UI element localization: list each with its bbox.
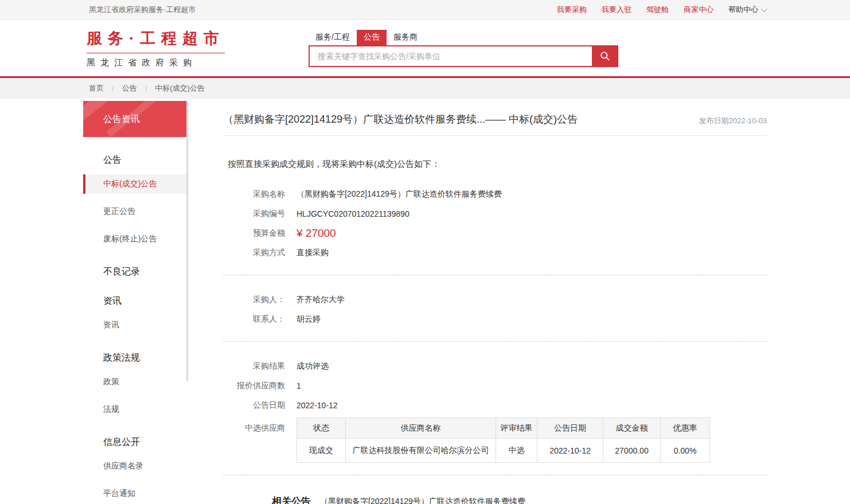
sidebar-item-correction-notice[interactable]: 更正公告 [83, 202, 188, 221]
tab-announcements[interactable]: 公告 [357, 30, 387, 45]
topbar-link-cockpit[interactable]: 驾驶舱 [646, 5, 669, 15]
sidebar-item-cancellation-notice[interactable]: 废标(终止)公告 [83, 229, 188, 249]
field-procurement-number: 采购编号 HLJGCYC02070120221139890 [223, 204, 767, 224]
field-value: 齐齐哈尔大学 [297, 295, 345, 305]
chevron-down-icon [761, 6, 767, 12]
sidebar-item-regulations[interactable]: 法规 [83, 400, 188, 419]
field-procurement-method: 采购方式 直接采购 [223, 243, 767, 263]
intro-text: 按照直接采购成交规则，现将采购中标(成交)公告如下： [228, 159, 767, 170]
column-header-review-result: 评审结果 [496, 418, 537, 439]
tab-suppliers[interactable]: 服务商 [387, 30, 424, 45]
topbar-link-i-want-to-purchase[interactable]: 我要采购 [557, 5, 587, 15]
related-announcements-title: 相关公告 [272, 495, 311, 504]
logo[interactable]: 服务·工程超市 黑龙江省政府采购 [87, 28, 225, 68]
field-value: 1 [297, 381, 301, 390]
result-info-block: 采购结果 成功评选 报价供应商数 1 公告日期 2022-10-12 中选供应商… [223, 357, 767, 463]
field-quoting-supplier-count: 报价供应商数 1 [223, 376, 767, 396]
field-contact-person: 联系人： 胡云婷 [223, 310, 767, 329]
dashed-divider [223, 475, 767, 475]
cell-review-result: 中选 [496, 439, 537, 463]
breadcrumb-home[interactable]: 首页 [89, 83, 104, 93]
topbar-links: 我要采购 我要入驻 驾驶舱 商家中心 帮助中心 [557, 5, 766, 15]
sidebar-group-news[interactable]: 资讯 [83, 295, 188, 307]
column-header-announcement-date: 公告日期 [537, 418, 603, 439]
topbar-help-center-menu[interactable]: 帮助中心 [728, 5, 766, 15]
field-budget-amount: 预算金额 ¥ 27000 [223, 224, 767, 243]
field-announcement-date: 公告日期 2022-10-12 [223, 396, 767, 415]
supplier-table: 状态 供应商名称 评审结果 公告日期 成交金额 优惠率 现成交 广联达科技股份有… [297, 417, 710, 463]
field-label: 采购结果 [223, 361, 285, 372]
sidebar-item-award-notice[interactable]: 中标(成交)公告 [83, 174, 188, 194]
logo-main-text: 服务·工程超市 [87, 28, 225, 53]
header: 服务·工程超市 黑龙江省政府采购 服务/工程 公告 服务商 [0, 20, 850, 76]
field-procurement-name: 采购名称 （黑财购备字[2022]14129号）广联达造价软件服务费续费 [223, 185, 767, 204]
search-box [309, 45, 618, 67]
related-announcements: 相关公告 （黑财购备字[2022]14129号）广联达造价软件服务费续费 [223, 495, 767, 504]
tab-services-projects[interactable]: 服务/工程 [309, 30, 357, 45]
sidebar-nav: 公告 中标(成交)公告 更正公告 废标(终止)公告 不良记录 资讯 资讯 政策法… [83, 154, 188, 503]
breadcrumb-separator: / [112, 84, 114, 93]
search-input[interactable] [310, 46, 592, 66]
column-header-discount-rate: 优惠率 [661, 418, 710, 439]
search-icon [599, 50, 610, 61]
field-label: 采购方式 [223, 248, 285, 258]
selected-supplier-label: 中选供应商 [223, 417, 285, 438]
sidebar-group-bad-records[interactable]: 不良记录 [83, 266, 188, 278]
column-header-supplier-name: 供应商名称 [346, 418, 496, 439]
site-title: 黑龙江省政府采购服务·工程超市 [89, 5, 196, 15]
dashed-divider [223, 275, 767, 275]
field-label: 公告日期 [223, 400, 285, 411]
topbar-link-i-want-to-join[interactable]: 我要入驻 [602, 5, 631, 15]
field-value: 胡云婷 [297, 314, 321, 325]
field-label: 报价供应商数 [223, 381, 285, 391]
procurement-info-block: 采购名称 （黑财购备字[2022]14129号）广联达造价软件服务费续费 采购编… [223, 185, 767, 263]
sidebar-group-information-disclosure[interactable]: 信息公开 [83, 436, 188, 448]
breadcrumb-current: 中标(成交)公告 [155, 83, 205, 93]
search-block: 服务/工程 公告 服务商 [309, 30, 618, 67]
sidebar-item-platform-notices[interactable]: 平台通知 [83, 484, 188, 503]
sidebar-item-supplier-directory[interactable]: 供应商名录 [83, 456, 188, 476]
search-button[interactable] [592, 46, 617, 66]
column-header-status: 状态 [297, 418, 346, 439]
sidebar-group-announcements[interactable]: 公告 [83, 154, 188, 166]
column-header-deal-amount: 成交金额 [603, 418, 661, 439]
field-label: 采购名称 [223, 189, 285, 200]
field-value: 成功评选 [297, 361, 329, 372]
field-value: 直接采购 [297, 248, 329, 258]
search-tabs: 服务/工程 公告 服务商 [309, 30, 618, 45]
field-label: 采购编号 [223, 209, 285, 219]
breadcrumb-announcements[interactable]: 公告 [122, 83, 137, 93]
field-label: 预算金额 [223, 228, 285, 239]
help-center-label: 帮助中心 [728, 5, 758, 15]
field-label: 联系人： [223, 314, 285, 325]
page-title: （黑财购备字[2022]14129号）广联达造价软件服务费续...—— 中标(成… [223, 112, 578, 126]
related-announcement-link[interactable]: （黑财购备字[2022]14129号）广联达造价软件服务费续费 [320, 497, 525, 504]
cell-discount-rate: 0.00% [661, 439, 710, 463]
sidebar-header: 公告资讯 [83, 101, 188, 137]
breadcrumb-bar: 首页 / 公告 / 中标(成交)公告 [0, 78, 850, 99]
sidebar: 公告资讯 公告 中标(成交)公告 更正公告 废标(终止)公告 不良记录 资讯 资… [83, 101, 188, 503]
article-header: （黑财购备字[2022]14129号）广联达造价软件服务费续...—— 中标(成… [223, 112, 767, 136]
topbar: 黑龙江省政府采购服务·工程超市 我要采购 我要入驻 驾驶舱 商家中心 帮助中心 [0, 0, 850, 20]
field-procurement-result: 采购结果 成功评选 [223, 357, 767, 376]
sidebar-group-policies-regulations[interactable]: 政策法规 [83, 352, 188, 364]
article: （黑财购备字[2022]14129号）广联达造价软件服务费续...—— 中标(成… [188, 101, 767, 504]
table-header-row: 状态 供应商名称 评审结果 公告日期 成交金额 优惠率 [297, 418, 710, 439]
cell-deal-amount: 27000.00 [603, 439, 661, 463]
field-value: 2022-10-12 [297, 401, 338, 410]
logo-sub-text: 黑龙江省政府采购 [87, 57, 225, 68]
field-value: （黑财购备字[2022]14129号）广联达造价软件服务费续费 [297, 189, 502, 200]
breadcrumb: 首页 / 公告 / 中标(成交)公告 [83, 78, 767, 99]
cell-status: 现成交 [297, 439, 346, 463]
cell-announcement-date: 2022-10-12 [537, 439, 603, 463]
publish-date: 发布日期2022-10-03 [699, 116, 767, 126]
sidebar-item-policies[interactable]: 政策 [83, 372, 188, 392]
topbar-link-merchant-center[interactable]: 商家中心 [684, 5, 713, 15]
purchaser-info-block: 采购人： 齐齐哈尔大学 联系人： 胡云婷 [223, 290, 767, 329]
breadcrumb-separator: / [145, 84, 147, 93]
dashed-divider [223, 341, 767, 342]
sidebar-item-news[interactable]: 资讯 [83, 315, 188, 335]
selected-supplier-section: 中选供应商 状态 供应商名称 评审结果 公告日期 成交金额 优惠率 [223, 417, 767, 463]
field-purchaser: 采购人： 齐齐哈尔大学 [223, 290, 767, 310]
table-row: 现成交 广联达科技股份有限公司哈尔滨分公司 中选 2022-10-12 2700… [297, 439, 710, 463]
